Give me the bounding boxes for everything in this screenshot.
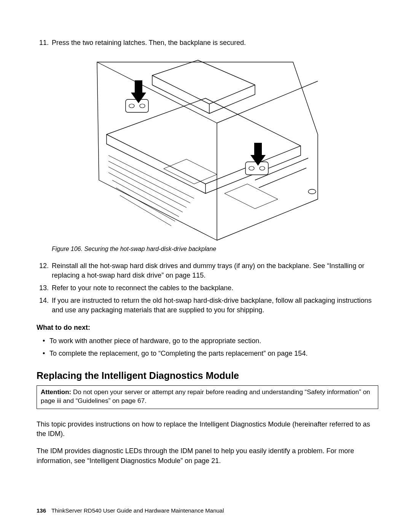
- step-14: 14. If you are instructed to return the …: [37, 296, 378, 315]
- step-number: 11.: [37, 38, 52, 48]
- attention-text: Do not open your server or attempt any r…: [41, 388, 370, 404]
- figure-caption: Figure 106. Securing the hot-swap hard-d…: [52, 245, 378, 253]
- step-list-top: 11. Press the two retaining latches. The…: [37, 38, 378, 48]
- step-text: If you are instructed to return the old …: [52, 296, 378, 315]
- page-number: 136: [37, 507, 46, 514]
- step-12: 12. Reinstall all the hot-swap hard disk…: [37, 261, 378, 280]
- list-text: To work with another piece of hardware, …: [49, 336, 261, 346]
- step-13: 13. Refer to your note to reconnect the …: [37, 283, 378, 293]
- section-heading: Replacing the Intelligent Diagnostics Mo…: [37, 369, 378, 382]
- attention-box: Attention: Do not open your server or at…: [37, 385, 378, 409]
- step-text: Refer to your note to reconnect the cabl…: [52, 283, 378, 293]
- section-para-1: This topic provides instructions on how …: [37, 420, 378, 439]
- list-text: To complete the replacement, go to “Comp…: [49, 349, 307, 358]
- figure-illustration: [95, 58, 320, 241]
- figure-106: Figure 106. Securing the hot-swap hard-d…: [37, 58, 378, 253]
- footer-title: ThinkServer RD540 User Guide and Hardwar…: [51, 507, 224, 514]
- list-item: • To complete the replacement, go to “Co…: [43, 349, 378, 358]
- page-footer: 136 ThinkServer RD540 User Guide and Har…: [37, 506, 224, 514]
- bullet-icon: •: [43, 349, 49, 358]
- svg-rect-8: [254, 143, 262, 156]
- section-para-2: The IDM provides diagnostic LEDs through…: [37, 446, 378, 465]
- step-text: Press the two retaining latches. Then, t…: [52, 38, 378, 48]
- svg-rect-4: [135, 80, 142, 93]
- attention-label: Attention:: [41, 388, 71, 396]
- step-number: 14.: [37, 296, 52, 315]
- step-number: 12.: [37, 261, 52, 280]
- step-text: Reinstall all the hot-swap hard disk dri…: [52, 261, 378, 280]
- list-item: • To work with another piece of hardware…: [43, 336, 378, 346]
- step-11: 11. Press the two retaining latches. The…: [37, 38, 378, 48]
- bullet-icon: •: [43, 336, 49, 346]
- page-content: 11. Press the two retaining latches. The…: [0, 0, 411, 492]
- svg-point-0: [308, 189, 316, 194]
- what-next-list: • To work with another piece of hardware…: [43, 336, 378, 358]
- what-to-do-next-heading: What to do next:: [37, 323, 378, 332]
- step-number: 13.: [37, 283, 52, 293]
- step-list-bottom: 12. Reinstall all the hot-swap hard disk…: [37, 261, 378, 315]
